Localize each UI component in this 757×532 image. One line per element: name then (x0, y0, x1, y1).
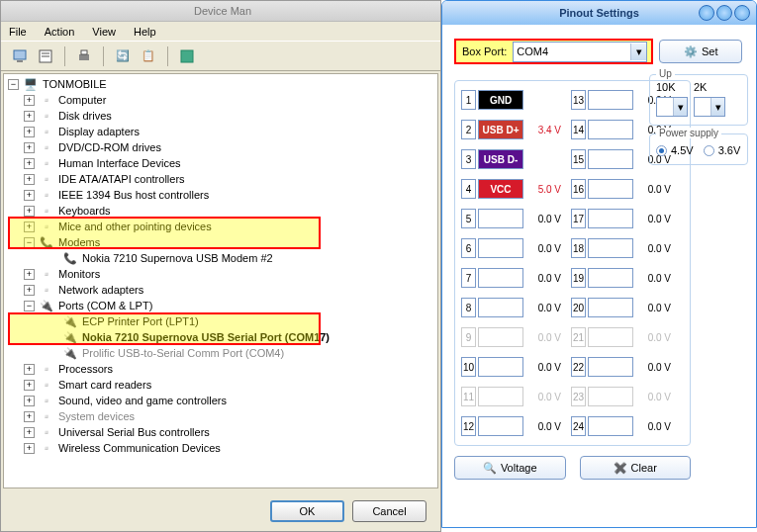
set-button[interactable]: ⚙️ Set (659, 40, 742, 63)
voltage-button[interactable]: 🔍 Voltage (454, 456, 566, 480)
expand-icon[interactable]: + (24, 269, 35, 280)
tree-port-nokia[interactable]: 🔌 Nokia 7210 Supernova USB Serial Port (… (6, 329, 435, 345)
collapse-icon[interactable]: − (24, 237, 35, 248)
expand-icon[interactable]: + (24, 222, 35, 232)
expand-icon[interactable]: + (24, 380, 35, 391)
tree-modems[interactable]: − 📞 Modems (6, 234, 435, 250)
pin-tag-input[interactable] (588, 416, 633, 436)
tree-item[interactable]: + ▫️ IDE ATA/ATAPI controllers (6, 171, 435, 187)
ok-button[interactable]: OK (270, 500, 344, 522)
expand-icon[interactable]: + (24, 158, 35, 169)
pin-tag-input[interactable]: USB D- (478, 149, 523, 169)
expand-icon[interactable]: + (24, 95, 35, 106)
pin-tag-input[interactable] (588, 209, 633, 228)
device-icon: ▫️ (39, 139, 54, 155)
tree-item[interactable]: + ▫️ Universal Serial Bus controllers (6, 424, 435, 440)
tree-port-prolific[interactable]: 🔌 Prolific USB-to-Serial Comm Port (COM4… (6, 345, 435, 361)
tree-item[interactable]: + ▫️ Sound, video and game controllers (6, 393, 435, 408)
pin-tag-input[interactable] (478, 268, 523, 288)
pin-tag-input[interactable] (478, 387, 523, 406)
pin-tag-input[interactable] (588, 268, 633, 288)
pin-tag-input[interactable]: GND (478, 90, 523, 110)
svg-rect-5 (79, 54, 89, 60)
radio-45v[interactable] (656, 145, 667, 156)
pin-tag-input[interactable] (588, 327, 633, 347)
up-10k-select[interactable]: ▾ (656, 97, 688, 117)
box-port-select[interactable]: COM4 ▾ (513, 42, 647, 62)
collapse-icon[interactable]: − (24, 301, 35, 311)
pin-tag-input[interactable] (588, 238, 633, 258)
menu-view[interactable]: View (92, 26, 116, 38)
toolbar-scan-icon[interactable]: 📋 (138, 45, 159, 67)
expand-icon[interactable]: + (24, 443, 35, 454)
menu-file[interactable]: File (9, 26, 27, 38)
expand-icon[interactable]: + (24, 142, 35, 153)
pin-tag-input[interactable]: USB D+ (478, 120, 523, 139)
pin-tag-input[interactable] (478, 209, 523, 228)
minimize-button[interactable] (699, 5, 714, 21)
tree-item[interactable]: + ▫️ Human Interface Devices (6, 155, 435, 171)
tree-modem-child[interactable]: 📞 Nokia 7210 Supernova USB Modem #2 (6, 250, 435, 266)
expand-icon[interactable]: + (24, 427, 35, 438)
tree-item[interactable]: + ▫️ Network adapters (6, 282, 435, 298)
cancel-button[interactable]: Cancel (352, 500, 426, 522)
toolbar-print-icon[interactable] (73, 45, 95, 67)
collapse-icon[interactable]: − (8, 79, 19, 90)
expand-icon[interactable]: + (24, 174, 35, 185)
pin-number: 12 (461, 416, 476, 436)
pin-tag-input[interactable] (478, 416, 523, 436)
expand-icon[interactable]: + (24, 411, 35, 422)
clear-button[interactable]: ✖️ Clear (580, 456, 692, 480)
tree-item[interactable]: + ▫️ Smart card readers (6, 377, 435, 393)
toolbar-pc-icon[interactable] (9, 45, 31, 67)
tree-item[interactable]: + ▫️ Keyboards (6, 203, 435, 219)
pin-tag-input[interactable] (588, 298, 633, 317)
pin-tag-input[interactable] (588, 90, 633, 110)
menu-action[interactable]: Action (45, 26, 75, 38)
device-icon: ▫️ (39, 282, 54, 298)
toolbar-props-icon[interactable] (35, 45, 56, 67)
tree-item[interactable]: + ▫️ Computer (6, 92, 435, 108)
close-button[interactable] (734, 5, 750, 21)
tree-port-ecp[interactable]: 🔌 ECP Printer Port (LPT1) (6, 313, 435, 329)
tree-item[interactable]: + ▫️ System devices (6, 408, 435, 424)
toolbar-refresh-icon[interactable]: 🔄 (112, 45, 134, 67)
pin-tag-input[interactable] (478, 327, 523, 347)
tree-item[interactable]: + ▫️ Wireless Communication Devices (6, 440, 435, 456)
tree-item[interactable]: + ▫️ Monitors (6, 266, 435, 282)
expand-icon[interactable]: + (24, 364, 35, 375)
dm-button-row: OK Cancel (1, 490, 440, 532)
expand-icon[interactable]: + (24, 206, 35, 217)
tree-item[interactable]: + ▫️ Processors (6, 361, 435, 377)
dropdown-icon[interactable]: ▾ (673, 98, 687, 116)
tree-item[interactable]: + ▫️ DVD/CD-ROM drives (6, 139, 435, 155)
pin-tag-input[interactable] (588, 357, 633, 377)
pin-tag-input[interactable] (588, 387, 633, 406)
pin-tag-input[interactable] (478, 238, 523, 258)
device-tree[interactable]: − 🖥️ TONMOBILE + ▫️ Computer + ▫️ Disk d… (3, 73, 438, 488)
dropdown-icon[interactable]: ▾ (630, 44, 646, 60)
tree-item[interactable]: + ▫️ Display adapters (6, 124, 435, 139)
dropdown-icon[interactable]: ▾ (710, 98, 724, 116)
up-2k-select[interactable]: ▾ (694, 97, 725, 117)
maximize-button[interactable] (716, 5, 732, 21)
pin-tag-input[interactable] (588, 120, 633, 139)
toolbar-help-icon[interactable] (176, 45, 198, 67)
pin-tag-input[interactable] (588, 179, 633, 199)
tree-item[interactable]: + ▫️ Mice and other pointing devices (6, 219, 435, 234)
tree-item[interactable]: + ▫️ Disk drives (6, 108, 435, 124)
pin-tag-input[interactable] (478, 357, 523, 377)
expand-icon[interactable]: + (24, 190, 35, 201)
pin-tag-input[interactable] (478, 298, 523, 317)
tree-item[interactable]: + ▫️ IEEE 1394 Bus host controllers (6, 187, 435, 203)
expand-icon[interactable]: + (24, 285, 35, 296)
radio-36v[interactable] (704, 145, 714, 156)
tree-root[interactable]: − 🖥️ TONMOBILE (6, 76, 435, 92)
menu-help[interactable]: Help (134, 26, 156, 38)
pin-tag-input[interactable]: VCC (478, 179, 523, 199)
expand-icon[interactable]: + (24, 111, 35, 122)
expand-icon[interactable]: + (24, 127, 35, 137)
pin-tag-input[interactable] (588, 149, 633, 169)
tree-ports[interactable]: − 🔌 Ports (COM & LPT) (6, 298, 435, 313)
expand-icon[interactable]: + (24, 396, 35, 406)
